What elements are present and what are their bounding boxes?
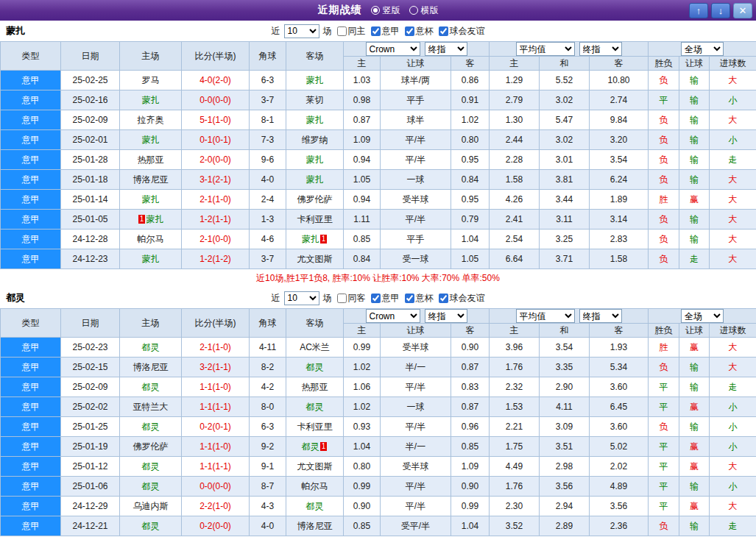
serie-a-checkbox[interactable] (371, 294, 381, 303)
handicap-cell: 平/半 (381, 130, 451, 150)
asian-final-odds-select[interactable]: 终指 (425, 42, 467, 56)
bookmaker-select[interactable]: Crown (366, 42, 420, 56)
match-row: 意甲25-02-15博洛尼亚3-2(1-1)8-2都灵1.02半/一0.871.… (1, 358, 756, 377)
league-cell: 意甲 (1, 230, 61, 249)
asian-final-odds-select[interactable]: 终指 (425, 309, 467, 323)
average-odds-select[interactable]: 平均值 (516, 309, 575, 323)
filter-serie-a[interactable]: 意甲 (367, 292, 400, 305)
serie-a-checkbox[interactable] (371, 26, 381, 36)
filter-club-friendly[interactable]: 球会友谊 (435, 292, 485, 305)
euro-home-odds-cell: 1.29 (490, 71, 540, 90)
score-cell: 0-0(0-0) (182, 477, 250, 497)
asian-away-odds-cell: 0.79 (451, 210, 490, 230)
date-cell: 25-01-25 (61, 417, 120, 437)
col-header-date: 日期 (61, 309, 120, 338)
home-team-cell: 都灵 (120, 377, 182, 397)
euro-final-odds-select[interactable]: 终指 (579, 309, 622, 323)
match-count-select[interactable]: 10 (284, 291, 319, 305)
same-venue-checkbox[interactable] (337, 26, 347, 36)
scroll-up-button[interactable]: ↑ (689, 3, 708, 18)
score-cell: 1-1(1-1) (182, 397, 250, 417)
handicap-cell: 半/一 (381, 437, 451, 457)
match-row: 意甲25-01-28热那亚2-0(0-0)9-6蒙扎0.94平/半0.952.2… (1, 150, 756, 170)
goals-result-cell: 大 (710, 170, 756, 190)
euro-away-odds-cell: 3.54 (590, 150, 649, 170)
scroll-down-button[interactable]: ↓ (711, 3, 730, 18)
handicap-result-cell: 输 (679, 90, 710, 110)
same-venue-label: 同客 (348, 292, 366, 305)
corner-score-cell: 8-7 (250, 477, 286, 497)
italy-cup-checkbox[interactable] (405, 294, 414, 303)
same-venue-filter[interactable]: 同主 (333, 25, 366, 38)
subcol-euro-away: 客 (590, 57, 649, 71)
match-row: 意甲25-02-02亚特兰大1-1(1-1)8-0都灵1.02一球0.871.5… (1, 397, 756, 417)
result-header: 全场 (649, 309, 756, 324)
filter-italy-cup[interactable]: 意杯 (401, 292, 434, 305)
corner-score-cell: 4-6 (250, 230, 286, 249)
handicap-result-cell: 输 (679, 377, 710, 397)
filter-serie-a[interactable]: 意甲 (367, 25, 400, 38)
asian-home-odds-cell: 1.02 (344, 397, 381, 417)
win-draw-loss-cell: 胜 (649, 190, 679, 210)
handicap-cell: 平手 (381, 90, 451, 110)
score-cell: 5-1(1-0) (182, 110, 250, 130)
full-match-select[interactable]: 全场 (681, 309, 724, 323)
same-venue-filter[interactable]: 同客 (333, 292, 366, 305)
team-name: 莱切 (306, 95, 324, 105)
layout-radio-horizontal[interactable]: 横版 (409, 4, 439, 17)
corner-score-cell: 4-11 (250, 338, 286, 358)
asian-home-odds-cell: 0.94 (344, 190, 381, 210)
italy-cup-checkbox[interactable] (405, 26, 414, 36)
euro-away-odds-cell: 3.56 (590, 497, 649, 516)
team-name: 都灵 (302, 441, 319, 452)
euro-draw-odds-cell: 2.90 (540, 377, 590, 397)
asian-odds-header: Crown 终指 (344, 309, 490, 324)
club-friendly-checkbox[interactable] (439, 294, 448, 303)
euro-away-odds-cell: 2.36 (590, 516, 649, 536)
col-header-league-type: 类型 (1, 42, 61, 71)
score-cell: 2-2(1-0) (182, 497, 250, 516)
serie-a-label: 意甲 (382, 25, 400, 38)
same-venue-checkbox[interactable] (337, 294, 347, 303)
average-odds-select[interactable]: 平均值 (516, 42, 575, 56)
bookmaker-select[interactable]: Crown (366, 309, 420, 323)
win-draw-loss-cell: 平 (649, 457, 679, 477)
home-team-cell: 热那亚 (120, 150, 182, 170)
euro-home-odds-cell: 1.76 (490, 358, 540, 377)
euro-final-odds-select[interactable]: 终指 (579, 42, 622, 56)
corner-score-cell: 3-7 (250, 90, 286, 110)
euro-away-odds-cell: 6.24 (590, 170, 649, 190)
team-name: 卡利亚里 (297, 422, 333, 432)
euro-odds-header: 平均值 终指 (490, 309, 649, 324)
home-team-cell: 帕尔马 (120, 230, 182, 249)
close-button[interactable]: ✕ (733, 3, 752, 18)
score-cell: 2-1(1-0) (182, 338, 250, 358)
filter-club-friendly[interactable]: 球会友谊 (435, 25, 485, 38)
league-cell: 意甲 (1, 516, 61, 536)
league-cell: 意甲 (1, 249, 61, 269)
match-row: 意甲25-02-01蒙扎0-1(0-1)7-3维罗纳1.09平/半0.802.4… (1, 130, 756, 150)
away-team-cell: 佛罗伦萨 (286, 190, 344, 210)
radio-vertical-icon (371, 6, 380, 15)
col-header-score: 比分(半场) (182, 42, 250, 71)
match-row: 意甲25-01-14蒙扎2-1(1-0)2-4佛罗伦萨0.94受半球0.954.… (1, 190, 756, 210)
euro-away-odds-cell: 1.58 (590, 249, 649, 269)
euro-draw-odds-cell: 3.25 (540, 230, 590, 249)
handicap-cell: 平/半 (381, 150, 451, 170)
asian-away-odds-cell: 1.04 (451, 516, 490, 536)
corner-score-cell: 9-6 (250, 150, 286, 170)
filter-italy-cup[interactable]: 意杯 (401, 25, 434, 38)
euro-away-odds-cell: 3.14 (590, 210, 649, 230)
layout-radio-vertical[interactable]: 竖版 (371, 4, 400, 17)
full-match-select[interactable]: 全场 (681, 42, 724, 56)
corner-score-cell: 4-2 (250, 377, 286, 397)
team-name: 亚特兰大 (133, 402, 169, 412)
league-cell: 意甲 (1, 358, 61, 377)
date-cell: 25-01-19 (61, 437, 120, 457)
date-cell: 25-02-09 (61, 377, 120, 397)
match-count-select[interactable]: 10 (284, 24, 319, 38)
win-draw-loss-cell: 负 (649, 130, 679, 150)
club-friendly-checkbox[interactable] (439, 26, 448, 36)
team-name: 拉齐奥 (138, 115, 164, 125)
results-table: 类型 日期 主场 比分(半场) 角球 客场 Crown 终指 (0, 41, 756, 269)
